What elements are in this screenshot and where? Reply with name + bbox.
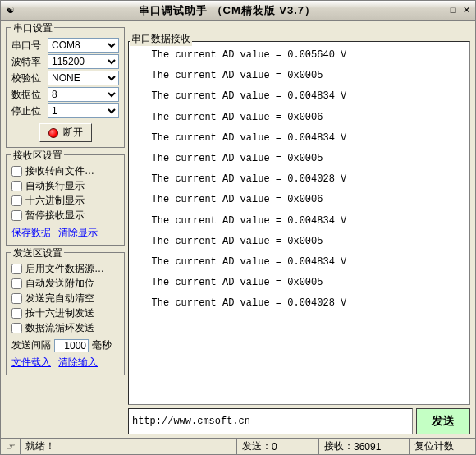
parity-select[interactable]: NONE [48, 71, 119, 85]
disconnect-label: 断开 [63, 126, 83, 140]
interval-label: 发送间隔 [11, 338, 51, 352]
port-settings-legend: 串口设置 [11, 21, 54, 35]
tx-file-src-label: 启用文件数据源… [25, 262, 104, 276]
rx-settings-legend: 接收区设置 [11, 149, 64, 163]
window-title: 串口调试助手 （CM精装版 V3.7） [21, 3, 434, 18]
tx-auto-clear-label: 发送完自动清空 [25, 292, 94, 306]
rx-autowrap-label: 自动换行显示 [25, 179, 85, 193]
maximize-button[interactable]: □ [447, 5, 459, 16]
databits-select[interactable]: 8 [48, 87, 119, 102]
rx-hex-check[interactable] [11, 195, 22, 206]
tx-count: 0 [272, 441, 277, 453]
right-column: 串口数据接收 The current AD value = 0.005640 V… [128, 21, 475, 438]
rx-textarea[interactable]: The current AD value = 0.005640 V The cu… [128, 41, 470, 405]
app-window: ☯ 串口调试助手 （CM精装版 V3.7） — □ ✕ 串口设置 串口号 COM… [0, 0, 476, 455]
minimize-button[interactable]: — [434, 5, 446, 16]
window-buttons: — □ ✕ [434, 5, 472, 16]
rx-to-file-label: 接收转向文件… [25, 164, 94, 178]
body: 串口设置 串口号 COM8 波特率 115200 校验位 NONE [1, 21, 475, 438]
load-file-link[interactable]: 文件载入 [11, 356, 51, 368]
app-icon: ☯ [4, 4, 17, 17]
titlebar: ☯ 串口调试助手 （CM精装版 V3.7） — □ ✕ [1, 1, 475, 21]
stopbits-select[interactable]: 1 [48, 103, 119, 118]
send-row: 发送 [128, 408, 470, 434]
com-label: 串口号 [11, 39, 44, 53]
send-input[interactable] [128, 408, 413, 434]
stopbits-label: 停止位 [11, 104, 44, 118]
clear-input-link[interactable]: 清除输入 [58, 356, 98, 368]
tx-settings-group: 发送区设置 启用文件数据源… 自动发送附加位 发送完自动清空 按十六进制发送 数… [6, 252, 125, 375]
statusbar: ☞ 就绪！ 发送： 0 接收： 36091 复位计数 [1, 438, 475, 454]
close-button[interactable]: ✕ [460, 5, 472, 16]
interval-unit: 毫秒 [92, 338, 112, 352]
left-column: 串口设置 串口号 COM8 波特率 115200 校验位 NONE [1, 21, 128, 438]
record-icon [48, 128, 58, 138]
tx-auto-clear-check[interactable] [11, 293, 22, 304]
databits-label: 数据位 [11, 88, 44, 102]
rx-count: 36091 [354, 441, 381, 453]
rx-to-file-check[interactable] [11, 166, 22, 177]
tx-loop-check[interactable] [11, 323, 22, 333]
rx-pause-label: 暂停接收显示 [25, 209, 85, 223]
rx-box: 串口数据接收 The current AD value = 0.005640 V… [128, 27, 470, 405]
tx-settings-legend: 发送区设置 [11, 246, 64, 260]
tx-hex-send-check[interactable] [11, 308, 22, 319]
rx-hex-label: 十六进制显示 [25, 194, 85, 208]
baud-label: 波特率 [11, 55, 44, 69]
parity-label: 校验位 [11, 71, 44, 85]
save-data-link[interactable]: 保存数据 [11, 227, 51, 238]
com-select[interactable]: COM8 [48, 38, 119, 53]
send-button[interactable]: 发送 [416, 408, 470, 434]
interval-input[interactable] [54, 339, 89, 352]
rx-area-legend: 串口数据接收 [130, 32, 192, 46]
reset-count-button[interactable]: 复位计数 [414, 439, 454, 453]
tx-file-src-check[interactable] [11, 264, 22, 274]
clear-display-link[interactable]: 清除显示 [58, 227, 98, 238]
tx-hex-send-label: 按十六进制发送 [25, 306, 94, 320]
tx-auto-append-check[interactable] [11, 278, 22, 289]
tx-label: 发送： [242, 439, 272, 453]
disconnect-button[interactable]: 断开 [39, 123, 92, 142]
pointer-icon: ☞ [6, 440, 16, 453]
status-ready: 就绪！ [21, 439, 237, 454]
port-settings-group: 串口设置 串口号 COM8 波特率 115200 校验位 NONE [6, 27, 125, 148]
rx-settings-group: 接收区设置 接收转向文件… 自动换行显示 十六进制显示 暂停接收显示 保存数据 … [6, 154, 125, 246]
rx-label: 接收： [324, 439, 354, 453]
baud-select[interactable]: 115200 [48, 54, 119, 69]
rx-pause-check[interactable] [11, 210, 22, 221]
rx-autowrap-check[interactable] [11, 181, 22, 191]
tx-loop-label: 数据流循环发送 [25, 321, 94, 335]
tx-auto-append-label: 自动发送附加位 [25, 277, 94, 291]
